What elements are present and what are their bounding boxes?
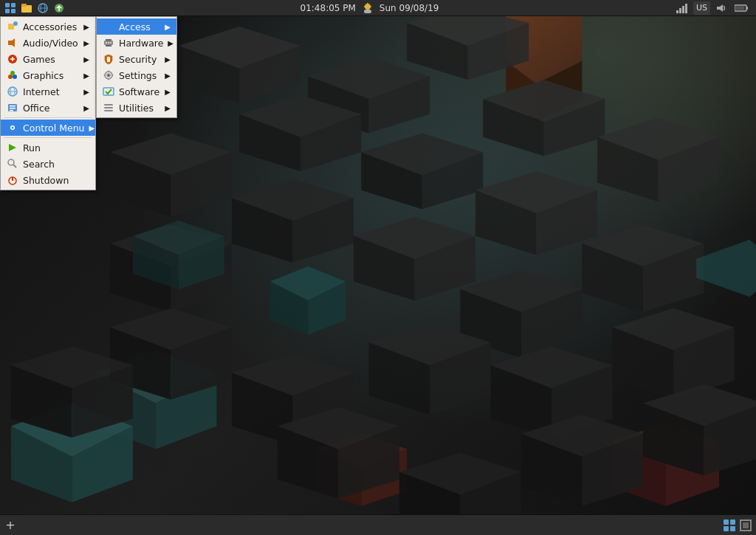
svg-rect-155 bbox=[103, 88, 114, 95]
accessories-arrow: ▶ bbox=[83, 23, 89, 31]
games-icon bbox=[7, 53, 18, 65]
svg-rect-164 bbox=[743, 522, 749, 528]
main-menu: Accessories ▶ Audio/Video ▶ Games bbox=[0, 16, 96, 190]
menu-item-graphics[interactable]: Graphics ▶ bbox=[1, 67, 95, 83]
add-panel-button[interactable]: + bbox=[1, 517, 19, 534]
svg-point-138 bbox=[8, 159, 14, 165]
hardware-arrow: ▶ bbox=[168, 39, 173, 47]
svg-rect-110 bbox=[676, 10, 678, 13]
svg-point-125 bbox=[13, 75, 17, 79]
internet-icon bbox=[7, 86, 18, 97]
software-icon bbox=[103, 86, 114, 97]
weather-area bbox=[362, 2, 374, 14]
submenu-item-settings[interactable]: Settings ▶ bbox=[97, 67, 176, 83]
software-arrow: ▶ bbox=[165, 88, 171, 96]
games-arrow: ▶ bbox=[83, 55, 89, 63]
menu-item-games[interactable]: Games ▶ bbox=[1, 51, 95, 67]
menu-item-audio-video[interactable]: Audio/Video ▶ bbox=[1, 35, 95, 51]
office-icon bbox=[7, 102, 18, 114]
graphics-icon bbox=[7, 69, 18, 81]
menu-item-office[interactable]: Office ▶ bbox=[1, 100, 95, 116]
control-submenu: Access ▶ Hardware ▶ bbox=[96, 16, 177, 118]
access-arrow: ▶ bbox=[165, 23, 171, 31]
date-display: Sun 09/08/19 bbox=[379, 3, 439, 13]
svg-point-136 bbox=[12, 127, 14, 129]
taskbar-bottom: + bbox=[0, 514, 756, 535]
utilities-icon bbox=[103, 102, 114, 114]
bottom-right-area bbox=[722, 518, 756, 533]
shutdown-label: Shutdown bbox=[23, 175, 69, 186]
desktop: 01:48:05 PM Sun 09/08/19 bbox=[0, 0, 756, 535]
svg-rect-96 bbox=[5, 9, 10, 13]
svg-rect-159 bbox=[724, 520, 729, 525]
svg-point-147 bbox=[108, 42, 109, 44]
power-tray[interactable] bbox=[732, 0, 752, 16]
svg-marker-120 bbox=[8, 38, 15, 47]
svg-rect-158 bbox=[104, 110, 113, 111]
taskbar-right: US bbox=[670, 0, 756, 16]
svg-rect-117 bbox=[736, 6, 745, 10]
search-label: Search bbox=[23, 159, 55, 170]
settings-label: Settings bbox=[119, 70, 157, 81]
svg-rect-112 bbox=[682, 6, 684, 13]
app-launcher-icon[interactable] bbox=[3, 1, 18, 15]
svg-point-104 bbox=[365, 4, 371, 10]
games-label: Games bbox=[23, 54, 55, 65]
svg-rect-94 bbox=[5, 3, 10, 7]
locale-tray[interactable]: US bbox=[693, 1, 710, 15]
svg-rect-144 bbox=[106, 39, 111, 41]
menu-item-search[interactable]: Search bbox=[1, 156, 95, 172]
svg-rect-118 bbox=[8, 24, 14, 30]
hardware-icon bbox=[103, 37, 114, 49]
submenu-item-hardware[interactable]: Hardware ▶ bbox=[97, 35, 176, 51]
svg-point-142 bbox=[106, 22, 111, 27]
browser-icon[interactable] bbox=[35, 1, 50, 15]
submenu-item-utilities[interactable]: Utilities ▶ bbox=[97, 100, 176, 116]
update-icon[interactable] bbox=[52, 1, 66, 15]
run-label: Run bbox=[23, 142, 41, 153]
svg-rect-109 bbox=[364, 10, 371, 13]
svg-rect-111 bbox=[679, 8, 681, 13]
network-tray[interactable] bbox=[674, 0, 690, 16]
audio-video-label: Audio/Video bbox=[23, 38, 78, 49]
menu-item-internet[interactable]: Internet ▶ bbox=[1, 83, 95, 100]
office-label: Office bbox=[23, 103, 50, 114]
security-icon bbox=[103, 53, 114, 65]
search-icon bbox=[7, 158, 18, 170]
clock-display: 01:48:05 PM bbox=[300, 3, 356, 13]
menu-separator-2 bbox=[4, 137, 92, 138]
control-menu-icon bbox=[7, 122, 18, 134]
submenu-item-software[interactable]: Software ▶ bbox=[97, 83, 176, 100]
menu-item-control-menu[interactable]: Control Menu ▶ bbox=[1, 120, 95, 136]
audio-video-arrow: ▶ bbox=[83, 39, 89, 47]
svg-point-154 bbox=[108, 75, 110, 77]
submenu-item-security[interactable]: Security ▶ bbox=[97, 51, 176, 67]
svg-point-146 bbox=[106, 42, 107, 44]
svg-point-119 bbox=[13, 21, 18, 26]
volume-tray[interactable] bbox=[713, 0, 729, 16]
svg-rect-145 bbox=[106, 45, 111, 46]
svg-point-126 bbox=[10, 71, 15, 75]
bottom-icon-1[interactable] bbox=[722, 518, 737, 533]
svg-rect-160 bbox=[730, 520, 735, 525]
hardware-label: Hardware bbox=[119, 38, 163, 49]
menu-item-accessories[interactable]: Accessories ▶ bbox=[1, 18, 95, 35]
shutdown-icon bbox=[7, 174, 18, 186]
office-arrow: ▶ bbox=[83, 104, 89, 112]
internet-label: Internet bbox=[23, 86, 60, 97]
taskbar-top: 01:48:05 PM Sun 09/08/19 bbox=[0, 0, 756, 16]
menu-item-run[interactable]: Run bbox=[1, 139, 95, 156]
svg-rect-116 bbox=[746, 7, 748, 10]
svg-rect-161 bbox=[724, 526, 729, 531]
settings-arrow: ▶ bbox=[165, 72, 171, 80]
bottom-icon-2[interactable] bbox=[738, 518, 753, 533]
svg-rect-133 bbox=[10, 110, 13, 111]
submenu-item-access[interactable]: Access ▶ bbox=[97, 18, 176, 35]
menu-item-shutdown[interactable]: Shutdown bbox=[1, 172, 95, 188]
accessories-label: Accessories bbox=[23, 21, 77, 32]
file-manager-icon[interactable] bbox=[19, 1, 34, 15]
svg-rect-157 bbox=[104, 104, 113, 106]
taskbar-center: 01:48:05 PM Sun 09/08/19 bbox=[69, 2, 670, 14]
security-arrow: ▶ bbox=[165, 55, 171, 63]
access-icon bbox=[103, 21, 114, 32]
